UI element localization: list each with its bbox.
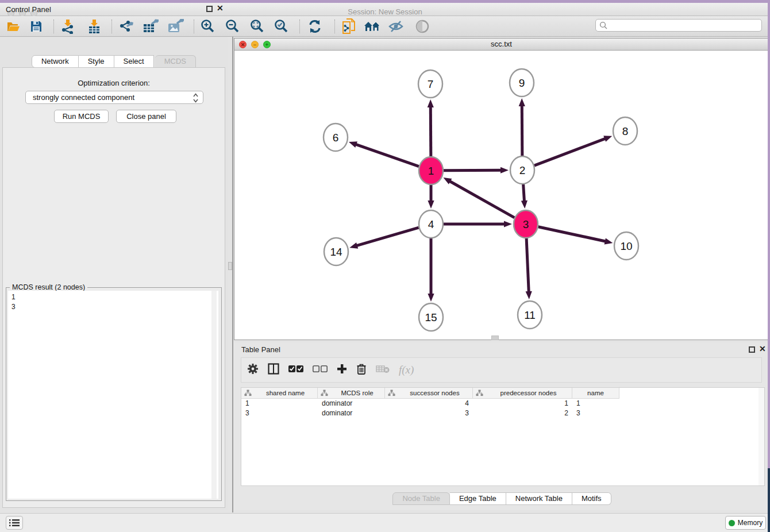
- show-all-icon[interactable]: [414, 18, 431, 34]
- edge-3-10[interactable]: [538, 227, 607, 242]
- task-history-button[interactable]: [6, 516, 23, 530]
- zoom-out-icon[interactable]: [224, 18, 241, 34]
- first-neighbors-icon[interactable]: [363, 18, 384, 34]
- export-image-icon[interactable]: [167, 18, 184, 34]
- table-cell: 1: [473, 399, 572, 408]
- svg-text:7: 7: [428, 78, 434, 90]
- edge-1-6[interactable]: [355, 144, 419, 167]
- search-input[interactable]: [595, 19, 762, 32]
- close-panel-button[interactable]: Close panel: [116, 110, 176, 123]
- svg-text:15: 15: [425, 311, 437, 323]
- zoom-selected-icon[interactable]: [273, 18, 290, 34]
- select-all-icon[interactable]: [288, 365, 303, 375]
- column-header-successor-nodes[interactable]: successor nodes: [385, 388, 473, 399]
- edge-4-14[interactable]: [356, 228, 419, 246]
- edge-arrowhead: [504, 221, 512, 227]
- edge-2-9[interactable]: [522, 105, 522, 156]
- network-graph-canvas[interactable]: 1234678910111415: [234, 51, 768, 340]
- graph-node-15[interactable]: 15: [419, 303, 443, 331]
- column-header-MCDS-role[interactable]: MCDS role: [318, 388, 385, 399]
- edge-arrowhead: [428, 99, 434, 107]
- table-scrollbar[interactable]: [759, 388, 764, 485]
- add-column-icon[interactable]: [337, 364, 347, 376]
- zoom-fit-icon[interactable]: [249, 18, 266, 34]
- column-header-predecessor-nodes[interactable]: predecessor nodes: [473, 388, 572, 399]
- tab-mcds[interactable]: MCDS: [155, 55, 196, 68]
- network-window-grip[interactable]: [491, 336, 499, 340]
- deselect-all-icon[interactable]: [313, 365, 328, 375]
- open-session-icon[interactable]: [5, 18, 22, 34]
- edge-arrowhead: [521, 201, 528, 209]
- graph-node-3[interactable]: 3: [514, 210, 538, 238]
- graph-node-2[interactable]: 2: [510, 156, 534, 184]
- panel-divider[interactable]: [232, 37, 233, 512]
- node-table: shared nameMCDS rolesuccessor nodesprede…: [241, 387, 765, 486]
- table-row[interactable]: 3dominator323: [241, 408, 764, 418]
- graph-node-10[interactable]: 10: [614, 232, 638, 260]
- table-panel: Table Panel ✕ f(x) shared nameMCDS roles…: [234, 342, 769, 510]
- mcds-result-textarea[interactable]: 1 3: [8, 291, 218, 499]
- close-icon[interactable]: ✕: [217, 3, 224, 13]
- svg-text:8: 8: [622, 125, 629, 137]
- tab-motifs[interactable]: Motifs: [572, 492, 611, 505]
- search-icon: [599, 21, 608, 30]
- refresh-layout-icon[interactable]: [306, 18, 324, 34]
- svg-text:2: 2: [519, 164, 526, 176]
- zoom-in-icon[interactable]: [199, 18, 217, 34]
- edge-1-7[interactable]: [430, 106, 431, 156]
- close-icon[interactable]: ✕: [759, 344, 766, 353]
- network-window-titlebar: ✕ − + scc.txt: [234, 38, 768, 51]
- float-icon[interactable]: [749, 346, 755, 353]
- graph-node-11[interactable]: 11: [518, 301, 542, 329]
- function-icon[interactable]: f(x): [399, 364, 414, 376]
- split-panes-icon[interactable]: [268, 363, 279, 377]
- table-row[interactable]: 1dominator411: [241, 399, 764, 408]
- edge-arrowhead: [349, 242, 358, 249]
- graph-node-8[interactable]: 8: [613, 117, 637, 145]
- edge-3-1[interactable]: [449, 180, 514, 217]
- delete-icon[interactable]: [356, 363, 367, 377]
- stepper-icon: [193, 93, 198, 106]
- float-icon[interactable]: [206, 6, 213, 12]
- graph-node-14[interactable]: 14: [324, 238, 348, 265]
- hide-selected-icon[interactable]: [387, 18, 405, 34]
- run-mcds-button[interactable]: Run MCDS: [54, 110, 109, 123]
- tab-edge-table[interactable]: Edge Table: [450, 492, 506, 505]
- table-cell: 3: [572, 408, 619, 418]
- edge-arrowhead: [526, 291, 532, 299]
- graph-node-1[interactable]: 1: [419, 157, 443, 184]
- column-header-name[interactable]: name: [572, 388, 619, 399]
- edge-3-11[interactable]: [526, 238, 529, 293]
- edge-2-3[interactable]: [523, 184, 525, 202]
- network-view-window: ✕ − + scc.txt 1234678910111415: [234, 38, 769, 340]
- tab-network[interactable]: Network: [32, 55, 79, 68]
- edge-2-8[interactable]: [534, 138, 606, 166]
- graph-node-7[interactable]: 7: [418, 70, 442, 98]
- export-table-icon[interactable]: [143, 18, 160, 34]
- table-cell: 1: [241, 399, 318, 408]
- gear-icon[interactable]: [247, 363, 259, 377]
- tab-network-table[interactable]: Network Table: [506, 492, 572, 505]
- export-network-icon[interactable]: [118, 18, 135, 34]
- table-cell: 3: [385, 408, 473, 418]
- import-table-icon[interactable]: [86, 18, 103, 34]
- table-cell: 3: [241, 408, 318, 418]
- table-header-row: shared nameMCDS rolesuccessor nodesprede…: [241, 388, 764, 399]
- memory-button[interactable]: Memory: [725, 516, 766, 530]
- graph-node-9[interactable]: 9: [510, 69, 534, 97]
- optimization-criterion-select[interactable]: strongly connected component: [25, 91, 203, 104]
- delete-table-icon[interactable]: [376, 364, 390, 376]
- save-session-icon[interactable]: [28, 18, 45, 34]
- tab-style[interactable]: Style: [79, 55, 114, 68]
- network-from-file-icon[interactable]: [341, 18, 358, 34]
- edge-1-2[interactable]: [444, 170, 502, 171]
- mcds-result-scrollbar[interactable]: [211, 291, 217, 499]
- tab-node-table[interactable]: Node Table: [392, 492, 450, 505]
- tab-select[interactable]: Select: [114, 55, 154, 68]
- import-network-icon[interactable]: [59, 18, 76, 34]
- panel-divider-grip[interactable]: [228, 262, 232, 270]
- graph-node-4[interactable]: 4: [419, 210, 443, 238]
- column-header-shared-name[interactable]: shared name: [241, 388, 318, 399]
- control-panel-tabs: NetworkStyleSelectMCDS: [0, 55, 228, 68]
- graph-node-6[interactable]: 6: [324, 124, 348, 151]
